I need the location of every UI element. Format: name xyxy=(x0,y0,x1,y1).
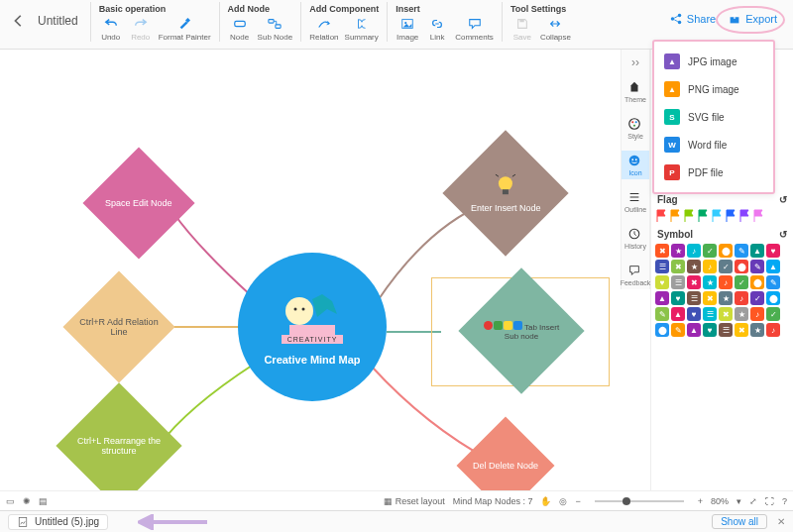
symbol-item[interactable]: ♥ xyxy=(655,275,669,289)
show-all-button[interactable]: Show all xyxy=(712,514,767,529)
symbol-item[interactable]: ✖ xyxy=(719,307,733,321)
link-button[interactable]: Link xyxy=(425,16,449,42)
symbol-item[interactable]: ▲ xyxy=(671,307,685,321)
reset-layout-button[interactable]: ▦ Reset layout xyxy=(384,496,445,506)
comments-button[interactable]: Comments xyxy=(455,16,494,42)
node-enter-insert[interactable]: Enter Insert Node xyxy=(442,130,568,256)
export-pdf[interactable]: PPDF file xyxy=(654,159,773,186)
pan-icon[interactable]: ✋ xyxy=(540,496,551,506)
downloaded-file[interactable]: Untitled (5).jpg xyxy=(8,514,108,530)
symbol-item[interactable]: ♪ xyxy=(703,260,717,273)
symbol-item[interactable]: ♥ xyxy=(703,323,717,337)
summary-button[interactable]: Summary xyxy=(345,16,379,42)
view-mode-3-icon[interactable]: ▤ xyxy=(39,496,48,506)
symbol-item[interactable]: ♪ xyxy=(719,275,733,289)
symbol-item[interactable]: ✎ xyxy=(655,307,669,321)
symbol-item[interactable]: ★ xyxy=(671,244,685,258)
undo-button[interactable]: Undo xyxy=(99,16,123,42)
export-jpg[interactable]: ▲JPG image xyxy=(654,48,773,75)
rail-history[interactable]: History xyxy=(622,224,649,253)
format-painter-button[interactable]: Format Painter xyxy=(159,16,211,42)
symbol-item[interactable]: ✖ xyxy=(655,244,669,258)
symbol-item[interactable]: ♪ xyxy=(750,307,764,321)
mindmap-canvas[interactable]: CREATIVITY Creative Mind Map Space Edit … xyxy=(0,50,621,490)
node-rearrange[interactable]: Ctrl+L Rearrange the structure xyxy=(56,382,181,490)
zoom-dropdown-icon[interactable]: ▾ xyxy=(736,496,741,506)
symbol-item[interactable]: ✓ xyxy=(703,244,717,258)
rail-feedback[interactable]: Feedback xyxy=(622,261,649,289)
symbol-item[interactable]: ☰ xyxy=(655,260,669,273)
export-button[interactable]: Export xyxy=(728,12,777,26)
node-del-delete[interactable]: Del Delete Node xyxy=(457,417,555,490)
zoom-in-button[interactable]: + xyxy=(698,496,703,506)
fit-icon[interactable]: ⤢ xyxy=(749,496,757,506)
image-button[interactable]: Image xyxy=(396,16,419,42)
view-mode-2-icon[interactable]: ✺ xyxy=(23,496,31,506)
rail-style[interactable]: Style xyxy=(622,114,649,143)
flag-item[interactable] xyxy=(669,209,681,223)
symbol-item[interactable]: ▲ xyxy=(750,244,764,258)
symbol-item[interactable]: ★ xyxy=(750,323,764,337)
rail-outline[interactable]: Outline xyxy=(622,187,649,216)
flag-item[interactable] xyxy=(683,209,695,223)
symbol-item[interactable]: ✓ xyxy=(766,307,780,321)
symbol-item[interactable]: ▲ xyxy=(687,323,701,337)
export-word[interactable]: WWord file xyxy=(654,131,773,159)
node-tab-insert-wrapper[interactable]: Tab Insert Sub node xyxy=(431,277,610,386)
symbol-item[interactable]: ✓ xyxy=(719,260,733,273)
share-button[interactable]: Share xyxy=(669,12,716,26)
symbol-reset-icon[interactable]: ↺ xyxy=(779,229,787,240)
symbol-item[interactable]: ✓ xyxy=(750,291,764,305)
close-download-bar[interactable]: ✕ xyxy=(777,516,785,527)
symbol-item[interactable]: ★ xyxy=(719,291,733,305)
flag-item[interactable] xyxy=(738,209,750,223)
symbol-item[interactable]: ✖ xyxy=(671,260,685,273)
symbol-item[interactable]: ✓ xyxy=(735,275,748,289)
symbol-item[interactable]: ♪ xyxy=(687,244,701,258)
rail-collapse-button[interactable]: ›› xyxy=(631,55,639,69)
symbol-item[interactable]: ♥ xyxy=(671,291,685,305)
collapse-button[interactable]: Collapse xyxy=(540,16,571,42)
symbol-item[interactable]: ✖ xyxy=(703,291,717,305)
symbol-item[interactable]: ★ xyxy=(687,260,701,273)
symbol-item[interactable]: ♥ xyxy=(687,307,701,321)
symbol-item[interactable]: ⬤ xyxy=(719,244,733,258)
symbol-item[interactable]: ✖ xyxy=(687,275,701,289)
help-icon[interactable]: ? xyxy=(782,496,787,506)
symbol-item[interactable]: ✎ xyxy=(766,275,780,289)
center-node[interactable]: CREATIVITY Creative Mind Map xyxy=(238,253,387,401)
document-title[interactable]: Untitled xyxy=(38,14,78,28)
symbol-item[interactable]: ☰ xyxy=(687,291,701,305)
symbol-item[interactable]: ☰ xyxy=(671,275,685,289)
target-icon[interactable]: ◎ xyxy=(559,496,567,506)
symbol-item[interactable]: ✖ xyxy=(735,323,748,337)
symbol-item[interactable]: ⬤ xyxy=(655,323,669,337)
export-svg[interactable]: SSVG file xyxy=(654,103,773,131)
symbol-item[interactable]: ☰ xyxy=(703,307,717,321)
node-add-relation[interactable]: Ctrl+R Add Relation Line xyxy=(62,270,174,382)
zoom-slider[interactable] xyxy=(595,500,684,502)
back-button[interactable] xyxy=(10,12,28,30)
node-space-edit[interactable]: Space Edit Node xyxy=(82,147,194,259)
symbol-item[interactable]: ⬤ xyxy=(750,275,764,289)
symbol-item[interactable]: ☰ xyxy=(719,323,733,337)
symbol-item[interactable]: ⬤ xyxy=(735,260,748,273)
rail-theme[interactable]: Theme xyxy=(622,77,649,106)
zoom-out-button[interactable]: − xyxy=(575,496,580,506)
export-png[interactable]: ▲PNG image xyxy=(654,75,773,103)
view-mode-1-icon[interactable]: ▭ xyxy=(6,496,15,506)
symbol-item[interactable]: ⬤ xyxy=(766,291,780,305)
relation-button[interactable]: Relation xyxy=(309,16,338,42)
symbol-item[interactable]: ✎ xyxy=(671,323,685,337)
rail-icon[interactable]: Icon xyxy=(622,151,649,179)
flag-item[interactable] xyxy=(752,209,764,223)
symbol-item[interactable]: ✎ xyxy=(750,260,764,273)
symbol-item[interactable]: ✎ xyxy=(735,244,748,258)
symbol-item[interactable]: ▲ xyxy=(766,260,780,273)
symbol-item[interactable]: ★ xyxy=(735,307,748,321)
fullscreen-icon[interactable]: ⛶ xyxy=(765,496,774,506)
symbol-item[interactable]: ♥ xyxy=(766,244,780,258)
flag-item[interactable] xyxy=(725,209,736,223)
node-button[interactable]: Node xyxy=(228,16,252,42)
node-tab-insert[interactable]: Tab Insert Sub node xyxy=(458,267,584,393)
